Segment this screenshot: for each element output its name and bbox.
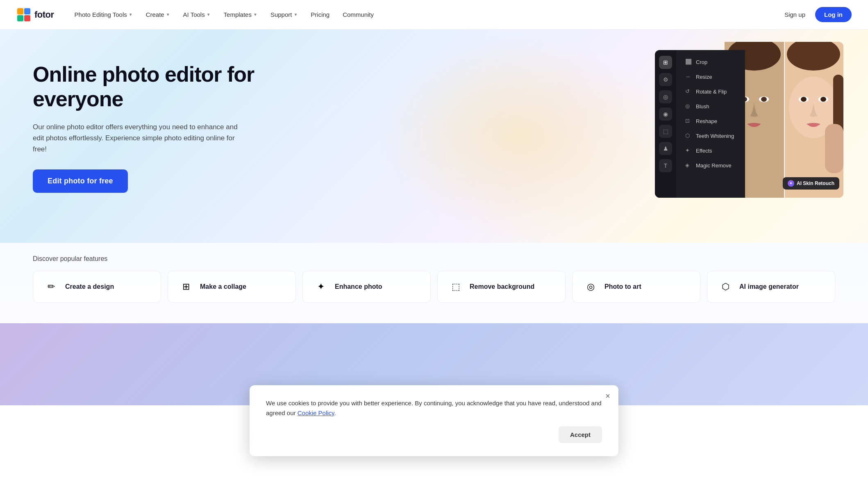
login-button[interactable]: Log in	[815, 7, 852, 22]
ai-skin-retouch-badge: ✦ AI Skin Retouch	[783, 177, 839, 190]
svg-rect-7	[746, 140, 762, 173]
feature-label-remove-background: Remove background	[470, 283, 534, 291]
feature-label-enhance-photo: Enhance photo	[335, 283, 382, 291]
feature-label-ai-image-generator: AI image generator	[739, 283, 799, 291]
nav-templates[interactable]: Templates ▼	[218, 8, 263, 21]
svg-rect-1	[17, 8, 23, 14]
editor-panel: ⊞ ⚙ ◎ ◉ ⬚ ♟ T ⬜Crop↔Resize↺Rotate & Flip…	[655, 50, 745, 198]
sidebar-beauty-icon[interactable]: ◎	[659, 90, 672, 103]
sidebar-people-icon[interactable]: ♟	[659, 142, 672, 155]
sidebar-frame-icon[interactable]: ⬚	[659, 125, 672, 138]
svg-rect-3	[17, 15, 23, 21]
nav-create[interactable]: Create ▼	[140, 8, 176, 21]
svg-point-12	[761, 97, 767, 102]
feature-card-photo-to-art[interactable]: ◎ Photo to art	[572, 271, 700, 303]
features-section: Discover popular features ✏ Create a des…	[0, 243, 868, 323]
menu-item-label: Rotate & Flip	[696, 89, 727, 95]
editor-sidebar: ⊞ ⚙ ◎ ◉ ⬚ ♟ T	[655, 50, 676, 198]
nav-photo-editing-tools[interactable]: Photo Editing Tools ▼	[69, 8, 139, 21]
feature-card-ai-image-generator[interactable]: ⬡ AI image generator	[707, 271, 835, 303]
lower-content	[0, 323, 868, 372]
feature-icon-enhance-photo: ✦	[313, 279, 329, 295]
menu-item-label: Reshape	[696, 118, 717, 124]
menu-item-label: Crop	[696, 59, 707, 65]
nav-support[interactable]: Support ▼	[265, 8, 303, 21]
svg-rect-26	[825, 124, 843, 173]
before-after-divider	[784, 42, 785, 198]
menu-item-icon: ⬡	[685, 133, 692, 139]
feature-label-photo-to-art: Photo to art	[604, 283, 641, 291]
nav-community[interactable]: Community	[337, 8, 379, 21]
ai-icon: ✦	[788, 180, 794, 187]
sidebar-grid-icon[interactable]: ⊞	[659, 56, 672, 69]
menu-item-label: Magic Remove	[696, 162, 732, 169]
nav-ai-tools[interactable]: AI Tools ▼	[177, 8, 216, 21]
hero-content: Online photo editor for everyone Our onl…	[33, 54, 287, 193]
feature-label-make-collage: Make a collage	[200, 283, 246, 291]
menu-item-resize[interactable]: ↔Resize	[679, 70, 743, 84]
cta-button[interactable]: Edit photo for free	[33, 169, 128, 193]
chevron-down-icon: ▼	[207, 12, 211, 17]
cookie-banner: × We use cookies to provide you with bet…	[250, 385, 618, 405]
menu-item-crop[interactable]: ⬜Crop	[679, 55, 743, 69]
hero-title: Online photo editor for everyone	[33, 62, 287, 112]
features-label: Discover popular features	[33, 255, 835, 263]
feature-card-remove-background[interactable]: ⬚ Remove background	[437, 271, 566, 303]
menu-item-teeth-whitening[interactable]: ⬡Teeth Whitening	[679, 129, 743, 143]
nav-right: Sign up Log in	[778, 7, 852, 22]
feature-icon-create-design: ✏	[43, 279, 59, 295]
svg-point-22	[801, 97, 807, 102]
menu-item-rotate-&-flip[interactable]: ↺Rotate & Flip	[679, 85, 743, 98]
svg-rect-19	[805, 140, 822, 173]
menu-item-effects[interactable]: ✦Effects	[679, 144, 743, 158]
navbar: fotor Photo Editing Tools ▼ Create ▼ AI …	[0, 0, 868, 30]
chevron-down-icon: ▼	[293, 12, 298, 17]
menu-item-icon: ↺	[685, 88, 692, 95]
menu-item-magic-remove[interactable]: ◈Magic Remove	[679, 158, 743, 172]
features-grid: ✏ Create a design ⊞ Make a collage ✦ Enh…	[33, 271, 835, 303]
svg-rect-4	[24, 15, 30, 21]
nav-pricing[interactable]: Pricing	[305, 8, 335, 21]
chevron-down-icon: ▼	[253, 12, 257, 17]
menu-item-icon: ✦	[685, 147, 692, 154]
menu-item-icon: ◎	[685, 103, 692, 110]
menu-item-icon: ⊡	[685, 118, 692, 124]
feature-card-make-collage[interactable]: ⊞ Make a collage	[168, 271, 296, 303]
sidebar-adjust-icon[interactable]: ⚙	[659, 73, 672, 86]
menu-item-label: Effects	[696, 148, 712, 154]
hero-bg-glow	[377, 34, 663, 239]
feature-icon-ai-image-generator: ⬡	[717, 279, 734, 295]
editor-menu: ⬜Crop↔Resize↺Rotate & Flip◎Blush⊡Reshape…	[676, 50, 745, 198]
svg-rect-2	[24, 8, 30, 14]
photo-after	[784, 42, 843, 198]
hero-section: Online photo editor for everyone Our onl…	[0, 30, 868, 243]
editor-mockup: ✦ AI Skin Retouch ⊞ ⚙ ◎ ◉ ⬚ ♟ T ⬜Crop↔Re…	[655, 42, 843, 214]
feature-card-create-design[interactable]: ✏ Create a design	[33, 271, 161, 303]
feature-icon-make-collage: ⊞	[178, 279, 194, 295]
nav-links: Photo Editing Tools ▼ Create ▼ AI Tools …	[69, 8, 778, 21]
svg-point-24	[820, 97, 826, 102]
sidebar-text-icon[interactable]: T	[659, 159, 672, 172]
menu-item-reshape[interactable]: ⊡Reshape	[679, 114, 743, 128]
fotor-logo-icon	[16, 7, 31, 22]
logo-text: fotor	[34, 9, 54, 20]
signup-button[interactable]: Sign up	[778, 8, 812, 21]
menu-item-label: Teeth Whitening	[696, 133, 734, 139]
chevron-down-icon: ▼	[166, 12, 170, 17]
cookie-text: We use cookies to provide you with bette…	[266, 398, 602, 405]
sidebar-eye-icon[interactable]: ◉	[659, 107, 672, 121]
feature-label-create-design: Create a design	[65, 283, 114, 291]
menu-item-label: Blush	[696, 103, 709, 110]
menu-item-label: Resize	[696, 74, 712, 80]
hero-subtitle: Our online photo editor offers everythin…	[33, 121, 238, 155]
cookie-close-button[interactable]: ×	[605, 392, 610, 400]
hero-image: ✦ AI Skin Retouch ⊞ ⚙ ◎ ◉ ⬚ ♟ T ⬜Crop↔Re…	[655, 42, 843, 214]
feature-icon-photo-to-art: ◎	[582, 279, 599, 295]
logo-link[interactable]: fotor	[16, 7, 54, 22]
menu-item-icon: ⬜	[685, 59, 692, 65]
feature-icon-remove-background: ⬚	[448, 279, 464, 295]
feature-card-enhance-photo[interactable]: ✦ Enhance photo	[302, 271, 431, 303]
face-after	[784, 42, 843, 198]
menu-item-blush[interactable]: ◎Blush	[679, 99, 743, 113]
menu-item-icon: ◈	[685, 162, 692, 169]
